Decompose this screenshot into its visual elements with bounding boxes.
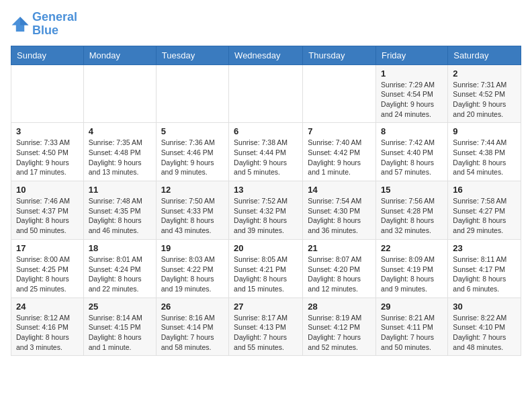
day-info: Sunrise: 8:03 AM Sunset: 4:22 PM Dayligh… — [161, 255, 224, 294]
day-info: Sunrise: 7:44 AM Sunset: 4:38 PM Dayligh… — [453, 138, 516, 177]
day-info: Sunrise: 8:16 AM Sunset: 4:14 PM Dayligh… — [161, 313, 224, 353]
day-number: 29 — [381, 302, 443, 312]
day-number: 25 — [89, 302, 151, 312]
calendar-cell: 15Sunrise: 7:56 AM Sunset: 4:28 PM Dayli… — [376, 181, 448, 240]
calendar-cell — [303, 64, 376, 123]
day-number: 8 — [381, 126, 443, 136]
day-info: Sunrise: 7:50 AM Sunset: 4:33 PM Dayligh… — [161, 196, 224, 236]
day-number: 15 — [381, 185, 443, 195]
day-number: 20 — [234, 243, 298, 253]
weekday-header: Sunday — [11, 46, 84, 64]
weekday-header: Friday — [376, 46, 448, 64]
day-number: 13 — [234, 185, 298, 195]
svg-marker-1 — [20, 17, 28, 25]
calendar-cell: 1Sunrise: 7:29 AM Sunset: 4:54 PM Daylig… — [376, 64, 448, 123]
day-number: 2 — [453, 68, 516, 79]
day-number: 12 — [161, 185, 224, 195]
calendar-cell: 18Sunrise: 8:01 AM Sunset: 4:24 PM Dayli… — [83, 239, 156, 298]
calendar-cell: 25Sunrise: 8:14 AM Sunset: 4:15 PM Dayli… — [83, 298, 156, 356]
day-info: Sunrise: 8:21 AM Sunset: 4:11 PM Dayligh… — [381, 313, 443, 353]
calendar-cell: 19Sunrise: 8:03 AM Sunset: 4:22 PM Dayli… — [156, 239, 228, 298]
day-number: 4 — [89, 126, 151, 136]
calendar-cell: 6Sunrise: 7:38 AM Sunset: 4:44 PM Daylig… — [229, 123, 303, 181]
day-info: Sunrise: 8:14 AM Sunset: 4:15 PM Dayligh… — [89, 313, 151, 353]
day-number: 22 — [381, 243, 443, 253]
calendar-cell: 10Sunrise: 7:46 AM Sunset: 4:37 PM Dayli… — [11, 181, 84, 240]
day-info: Sunrise: 7:56 AM Sunset: 4:28 PM Dayligh… — [381, 196, 443, 236]
calendar-cell: 26Sunrise: 8:16 AM Sunset: 4:14 PM Dayli… — [156, 298, 228, 356]
calendar-cell: 24Sunrise: 8:12 AM Sunset: 4:16 PM Dayli… — [11, 298, 84, 356]
day-info: Sunrise: 7:46 AM Sunset: 4:37 PM Dayligh… — [16, 196, 79, 236]
day-info: Sunrise: 7:52 AM Sunset: 4:32 PM Dayligh… — [234, 196, 298, 236]
calendar-cell: 28Sunrise: 8:19 AM Sunset: 4:12 PM Dayli… — [303, 298, 376, 356]
calendar-cell: 7Sunrise: 7:40 AM Sunset: 4:42 PM Daylig… — [303, 123, 376, 181]
weekday-header: Thursday — [303, 46, 376, 64]
day-info: Sunrise: 8:17 AM Sunset: 4:13 PM Dayligh… — [234, 313, 298, 353]
calendar-cell: 5Sunrise: 7:36 AM Sunset: 4:46 PM Daylig… — [156, 123, 228, 181]
calendar-cell: 20Sunrise: 8:05 AM Sunset: 4:21 PM Dayli… — [229, 239, 303, 298]
calendar-cell: 30Sunrise: 8:22 AM Sunset: 4:10 PM Dayli… — [448, 298, 521, 356]
calendar-cell: 21Sunrise: 8:07 AM Sunset: 4:20 PM Dayli… — [303, 239, 376, 298]
calendar-cell: 11Sunrise: 7:48 AM Sunset: 4:35 PM Dayli… — [83, 181, 156, 240]
day-info: Sunrise: 8:09 AM Sunset: 4:19 PM Dayligh… — [381, 255, 443, 294]
page-header: General Blue — [11, 11, 521, 38]
logo-text: General Blue — [32, 11, 77, 38]
day-number: 23 — [453, 243, 516, 253]
day-number: 17 — [16, 243, 79, 253]
calendar-table: SundayMondayTuesdayWednesdayThursdayFrid… — [11, 46, 521, 357]
calendar-cell: 16Sunrise: 7:58 AM Sunset: 4:27 PM Dayli… — [448, 181, 521, 240]
calendar-cell: 3Sunrise: 7:33 AM Sunset: 4:50 PM Daylig… — [11, 123, 84, 181]
day-info: Sunrise: 7:42 AM Sunset: 4:40 PM Dayligh… — [381, 138, 443, 177]
calendar-cell — [11, 64, 84, 123]
day-info: Sunrise: 8:12 AM Sunset: 4:16 PM Dayligh… — [16, 313, 79, 353]
logo: General Blue — [11, 11, 77, 38]
day-info: Sunrise: 8:07 AM Sunset: 4:20 PM Dayligh… — [308, 255, 371, 294]
day-number: 9 — [453, 126, 516, 136]
day-number: 26 — [161, 302, 224, 312]
calendar-week-row: 24Sunrise: 8:12 AM Sunset: 4:16 PM Dayli… — [11, 298, 521, 356]
calendar-week-row: 3Sunrise: 7:33 AM Sunset: 4:50 PM Daylig… — [11, 123, 521, 181]
calendar-week-row: 17Sunrise: 8:00 AM Sunset: 4:25 PM Dayli… — [11, 239, 521, 298]
calendar-cell — [156, 64, 228, 123]
calendar-header-row: SundayMondayTuesdayWednesdayThursdayFrid… — [11, 46, 521, 64]
weekday-header: Wednesday — [229, 46, 303, 64]
day-number: 6 — [234, 126, 298, 136]
day-number: 24 — [16, 302, 79, 312]
day-number: 5 — [161, 126, 224, 136]
calendar-cell: 9Sunrise: 7:44 AM Sunset: 4:38 PM Daylig… — [448, 123, 521, 181]
day-info: Sunrise: 8:01 AM Sunset: 4:24 PM Dayligh… — [89, 255, 151, 294]
day-info: Sunrise: 8:22 AM Sunset: 4:10 PM Dayligh… — [453, 313, 516, 353]
calendar-cell: 13Sunrise: 7:52 AM Sunset: 4:32 PM Dayli… — [229, 181, 303, 240]
calendar-week-row: 1Sunrise: 7:29 AM Sunset: 4:54 PM Daylig… — [11, 64, 521, 123]
day-info: Sunrise: 7:35 AM Sunset: 4:48 PM Dayligh… — [89, 138, 151, 177]
day-number: 7 — [308, 126, 371, 136]
calendar-cell: 8Sunrise: 7:42 AM Sunset: 4:40 PM Daylig… — [376, 123, 448, 181]
day-number: 1 — [381, 68, 443, 79]
day-info: Sunrise: 7:36 AM Sunset: 4:46 PM Dayligh… — [161, 138, 224, 177]
day-number: 14 — [308, 185, 371, 195]
calendar-cell: 4Sunrise: 7:35 AM Sunset: 4:48 PM Daylig… — [83, 123, 156, 181]
day-number: 10 — [16, 185, 79, 195]
day-number: 11 — [89, 185, 151, 195]
day-info: Sunrise: 8:00 AM Sunset: 4:25 PM Dayligh… — [16, 255, 79, 294]
day-number: 30 — [453, 302, 516, 312]
calendar-cell: 2Sunrise: 7:31 AM Sunset: 4:52 PM Daylig… — [448, 64, 521, 123]
weekday-header: Saturday — [448, 46, 521, 64]
day-info: Sunrise: 7:58 AM Sunset: 4:27 PM Dayligh… — [453, 196, 516, 236]
day-info: Sunrise: 7:48 AM Sunset: 4:35 PM Dayligh… — [89, 196, 151, 236]
logo-icon — [11, 15, 30, 34]
weekday-header: Monday — [83, 46, 156, 64]
day-number: 16 — [453, 185, 516, 195]
day-number: 28 — [308, 302, 371, 312]
day-number: 18 — [89, 243, 151, 253]
calendar-cell — [83, 64, 156, 123]
day-info: Sunrise: 8:11 AM Sunset: 4:17 PM Dayligh… — [453, 255, 516, 294]
day-info: Sunrise: 8:05 AM Sunset: 4:21 PM Dayligh… — [234, 255, 298, 294]
day-info: Sunrise: 7:54 AM Sunset: 4:30 PM Dayligh… — [308, 196, 371, 236]
calendar-cell — [229, 64, 303, 123]
day-info: Sunrise: 7:40 AM Sunset: 4:42 PM Dayligh… — [308, 138, 371, 177]
day-info: Sunrise: 8:19 AM Sunset: 4:12 PM Dayligh… — [308, 313, 371, 353]
day-number: 19 — [161, 243, 224, 253]
calendar-cell: 12Sunrise: 7:50 AM Sunset: 4:33 PM Dayli… — [156, 181, 228, 240]
calendar-cell: 17Sunrise: 8:00 AM Sunset: 4:25 PM Dayli… — [11, 239, 84, 298]
